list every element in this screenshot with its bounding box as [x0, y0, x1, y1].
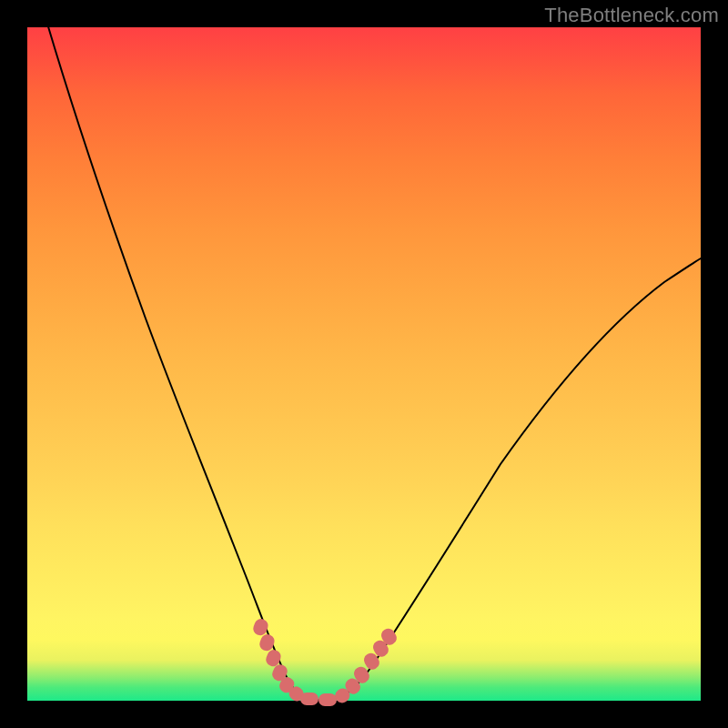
marker-dot [258, 632, 276, 652]
curve-svg [27, 27, 701, 701]
marker-dot [318, 693, 337, 706]
chart-frame: TheBottleneck.com [0, 0, 728, 728]
plot-area [27, 27, 701, 701]
watermark-text: TheBottleneck.com [544, 4, 719, 27]
marker-dot [300, 693, 318, 705]
marker-dot [251, 617, 269, 637]
bottom-markers-group [251, 617, 399, 706]
bottleneck-curve-path [47, 24, 701, 700]
